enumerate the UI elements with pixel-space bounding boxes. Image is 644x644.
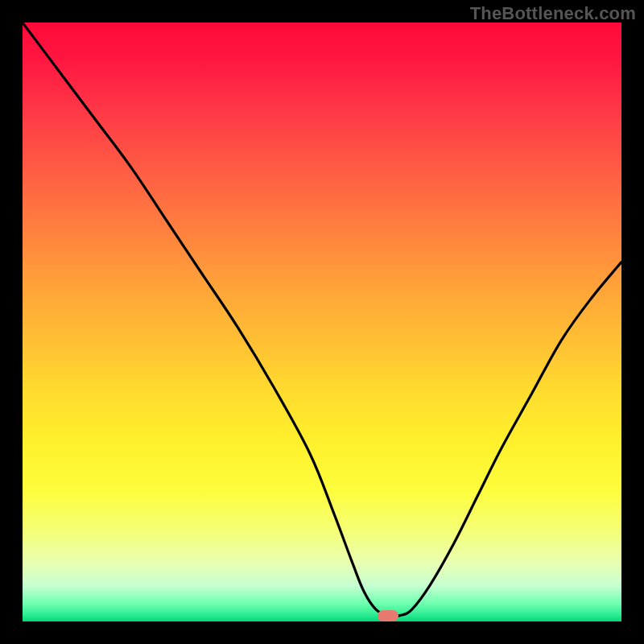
minimum-marker (378, 610, 398, 621)
curve-path (23, 23, 621, 617)
plot-area (23, 23, 621, 621)
watermark-text: TheBottleneck.com (470, 3, 636, 24)
chart-frame: TheBottleneck.com (0, 0, 644, 644)
bottleneck-curve (23, 23, 621, 621)
